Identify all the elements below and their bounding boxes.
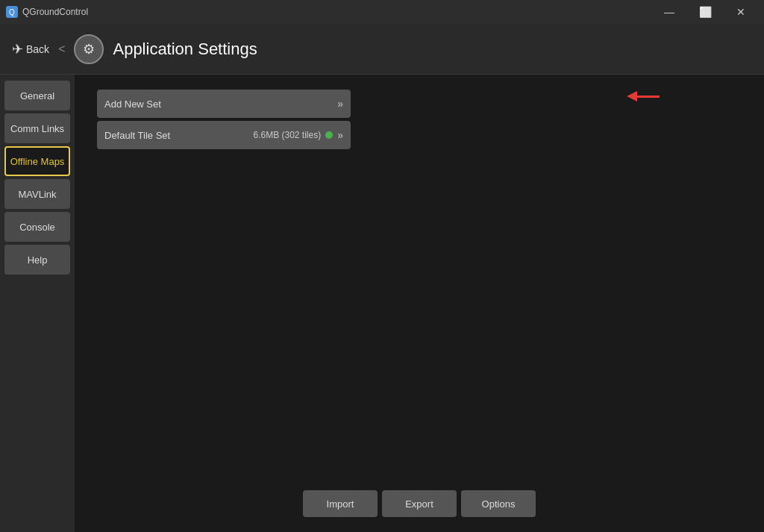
- main-layout: General Comm Links Offline Maps MAVLink …: [0, 75, 764, 532]
- import-button[interactable]: Import: [303, 490, 378, 517]
- sidebar-item-mavlink[interactable]: MAVLink: [4, 179, 70, 209]
- bottom-bar: Import Export Options: [75, 490, 764, 517]
- sidebar-item-help[interactable]: Help: [4, 245, 70, 275]
- content-area: Add New Set » Default Tile Set 6.6MB (30…: [75, 75, 764, 532]
- add-new-set-chevron-icon: »: [337, 98, 343, 110]
- close-button[interactable]: ✕: [724, 0, 758, 24]
- default-tile-size: 6.6MB (302 tiles): [254, 130, 322, 140]
- default-tile-chevron-icon: »: [337, 129, 343, 141]
- app-title: QGroundControl: [22, 7, 88, 17]
- sidebar-item-console[interactable]: Console: [4, 212, 70, 242]
- tile-status-icon: [325, 131, 333, 139]
- minimize-button[interactable]: —: [652, 0, 686, 24]
- sidebar-item-offline-maps[interactable]: Offline Maps: [4, 146, 70, 176]
- titlebar-left: Q QGroundControl: [6, 6, 88, 18]
- back-button[interactable]: ✈ Back: [12, 41, 49, 57]
- arrow-head-icon: [627, 91, 637, 101]
- arrow-line: [637, 96, 660, 98]
- titlebar: Q QGroundControl — ⬜ ✕: [0, 0, 764, 24]
- add-new-set-row[interactable]: Add New Set »: [97, 90, 351, 118]
- header-separator: <: [58, 43, 65, 56]
- sidebar-item-comm-links[interactable]: Comm Links: [4, 113, 70, 143]
- sidebar: General Comm Links Offline Maps MAVLink …: [0, 75, 75, 532]
- restore-button[interactable]: ⬜: [688, 0, 722, 24]
- red-arrow-annotation: [627, 91, 660, 101]
- tile-list: Add New Set » Default Tile Set 6.6MB (30…: [97, 90, 351, 149]
- back-arrow-icon: ✈: [12, 41, 23, 57]
- sidebar-item-general[interactable]: General: [4, 81, 70, 110]
- add-new-set-label: Add New Set: [104, 98, 161, 110]
- back-label: Back: [26, 43, 49, 55]
- app-icon: Q: [6, 6, 18, 18]
- titlebar-controls: — ⬜ ✕: [652, 0, 758, 24]
- default-tile-set-label: Default Tile Set: [104, 130, 170, 141]
- page-title: Application Settings: [113, 40, 257, 59]
- options-button[interactable]: Options: [461, 490, 536, 517]
- export-button[interactable]: Export: [382, 490, 457, 517]
- settings-icon: ⚙: [74, 34, 104, 64]
- header: ✈ Back < ⚙ Application Settings: [0, 24, 764, 75]
- tile-row-info: 6.6MB (302 tiles) »: [254, 129, 344, 141]
- default-tile-set-row[interactable]: Default Tile Set 6.6MB (302 tiles) »: [97, 121, 351, 149]
